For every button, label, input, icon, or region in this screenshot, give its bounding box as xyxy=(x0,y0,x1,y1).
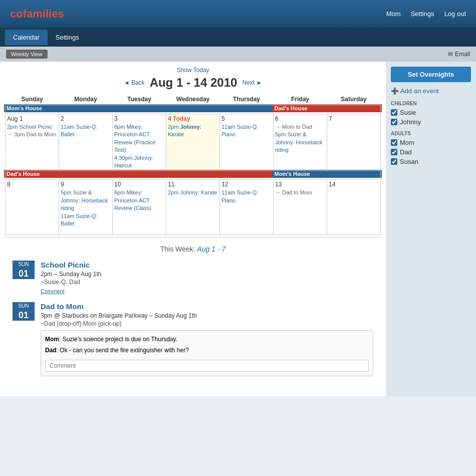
week1-custody-row: Mom's House Dad's House xyxy=(6,105,381,114)
add-event-link[interactable]: ➕ Add an event xyxy=(391,87,471,95)
event-attendees-dad-to-mom: ~Dad (drop-off):Mom (pick-up) xyxy=(41,320,373,327)
back-link[interactable]: ◄ Back xyxy=(124,79,145,86)
event-time-school-picnic: 2pm – Sunday Aug 1th xyxy=(41,271,101,278)
label-susie: Susie xyxy=(400,109,416,116)
event-dad-to-mom-sun[interactable]: → 3pm Dad to Mom xyxy=(7,131,57,138)
header-settings-link[interactable]: Settings xyxy=(411,10,434,18)
email-button[interactable]: ✉ Email xyxy=(448,51,470,58)
plus-icon: ➕ xyxy=(391,87,399,95)
event-mikey-tue[interactable]: 6pm Mikey: Princeton ACT Review (Practic… xyxy=(114,123,164,154)
label-dad: Dad xyxy=(400,148,412,156)
show-today-link[interactable]: Show Today xyxy=(176,67,209,74)
day-aug8: 8 xyxy=(6,180,59,235)
badge-num-01b: 01 xyxy=(13,310,35,321)
event-item-school-picnic: SUN 01 School Picnic 2pm – Sunday Aug 1t… xyxy=(13,261,373,295)
day-aug11: 11 2pm Johnny: Karate xyxy=(166,180,220,235)
event-attendees-school-picnic: ~Susie-Q, Dad xyxy=(41,279,101,286)
label-susan: Susan xyxy=(400,158,418,165)
badge-num-01: 01 xyxy=(13,268,35,279)
tab-settings[interactable]: Settings xyxy=(48,30,87,45)
date-aug2: 2 xyxy=(61,115,111,122)
logo-prefix: co xyxy=(10,8,23,20)
header-logout-link[interactable]: Log out xyxy=(444,10,466,18)
event-title-school-picnic[interactable]: School Picnic xyxy=(41,261,101,269)
checkbox-mom-input[interactable] xyxy=(391,139,397,146)
checkbox-dad[interactable]: Dad xyxy=(391,148,471,156)
moms-house-bar-week2: Mom's House xyxy=(274,171,381,180)
event-piano-thu[interactable]: 11am Suzie-Q: Piano xyxy=(221,123,272,139)
header-nav: Mom Settings Log out xyxy=(386,10,466,18)
date-aug3: 3 xyxy=(114,115,164,122)
comment-input[interactable] xyxy=(45,360,369,372)
event-piano-thu2[interactable]: 11am Suzie-Q: Piano xyxy=(221,189,272,204)
checkbox-susie-input[interactable] xyxy=(391,109,397,116)
checkbox-johnny[interactable]: Johnny xyxy=(391,118,471,126)
day-aug1: Aug 1 2pm School Picnic → 3pm Dad to Mom xyxy=(6,114,59,171)
calendar-title: Aug 1 - 14 2010 xyxy=(150,76,237,90)
moms-house-bar: Mom's House xyxy=(6,105,274,114)
calendar-section: Show Today ◄ Back Aug 1 - 14 2010 Next ►… xyxy=(0,62,386,396)
weekly-view-button[interactable]: Weekly View xyxy=(6,50,48,59)
dads-house-bar-fri: Dad's House xyxy=(274,105,381,114)
event-comment-link-school-picnic[interactable]: Comment xyxy=(41,288,65,294)
logo-main: families xyxy=(23,8,64,20)
checkbox-dad-input[interactable] xyxy=(391,149,397,155)
event-mikey-tue2[interactable]: 6pm Mikey: Princeton ACT Review (Class) xyxy=(114,189,164,212)
day-aug4: 4 Today 2pm Johnny: Karate xyxy=(166,114,220,171)
checkbox-mom[interactable]: Mom xyxy=(391,139,471,146)
children-label: CHILDREN xyxy=(391,101,471,106)
email-label: Email xyxy=(455,51,470,58)
day-aug3: 3 6pm Mikey: Princeton ACT Review (Pract… xyxy=(113,114,166,171)
event-details-school-picnic: School Picnic 2pm – Sunday Aug 1th ~Susi… xyxy=(41,261,101,295)
set-overnights-button[interactable]: Set Overnights xyxy=(391,67,471,82)
col-monday: Monday xyxy=(59,94,113,105)
col-saturday: Saturday xyxy=(327,94,381,105)
event-badge-sun01b: SUN 01 xyxy=(13,302,35,376)
checkbox-johnny-input[interactable] xyxy=(391,119,397,125)
date-aug7: 7 xyxy=(329,115,379,122)
week2-custody-row: Dad's House Mom's House xyxy=(6,171,381,180)
day-aug7: 7 xyxy=(327,114,381,171)
date-aug8: 8 xyxy=(7,181,57,188)
this-week-title: This Week: Aug 1 - 7 xyxy=(13,245,373,253)
date-aug10: 10 xyxy=(114,181,164,188)
event-johnny-haircut[interactable]: 4:30pm Johnny: Haircut xyxy=(114,154,164,170)
navbar: Calendar Settings xyxy=(0,28,476,47)
label-johnny: Johnny xyxy=(400,118,421,126)
tab-calendar[interactable]: Calendar xyxy=(5,30,48,45)
date-aug13: 13 xyxy=(275,181,325,188)
calendar-grid: Sunday Monday Tuesday Wednesday Thursday… xyxy=(5,94,381,235)
event-school-picnic[interactable]: 2pm School Picnic xyxy=(7,123,57,131)
message-mom: Mom: Suzie's science project is due on T… xyxy=(45,335,369,344)
col-tuesday: Tuesday xyxy=(113,94,166,105)
event-horseback-fri[interactable]: 5pm Suzie & Johnny: Horseback riding xyxy=(275,131,325,154)
event-title-dad-to-mom[interactable]: Dad to Mom xyxy=(41,302,373,311)
col-thursday: Thursday xyxy=(220,94,274,105)
event-horseback-mon2[interactable]: 5pm Suzie & Johnny: Horseback riding xyxy=(61,189,111,212)
day-aug9: 9 5pm Suzie & Johnny: Horseback riding 1… xyxy=(59,180,113,235)
date-aug11: 11 xyxy=(168,181,218,188)
event-ballet-mon[interactable]: 11am Suzie-Q: Ballet xyxy=(61,123,111,139)
checkbox-susan[interactable]: Susan xyxy=(391,158,471,165)
event-ballet-mon2[interactable]: 11am Suzie-Q: Ballet xyxy=(61,212,111,228)
event-johnny-karate-wed2[interactable]: 2pm Johnny: Karate xyxy=(168,189,218,196)
date-aug6: 6 xyxy=(275,115,325,122)
checkbox-susan-input[interactable] xyxy=(391,158,397,165)
badge-day-sun: SUN xyxy=(13,261,35,268)
adults-label: ADULTS xyxy=(391,131,471,136)
col-sunday: Sunday xyxy=(6,94,59,105)
header-user-link[interactable]: Mom xyxy=(386,10,401,18)
event-dad-to-mom-fri2[interactable]: → Dad to Mom xyxy=(275,189,325,196)
event-johnny-karate-wed[interactable]: 2pm Johnny: Karate xyxy=(168,123,218,139)
event-mom-to-dad[interactable]: → Mom to Dad xyxy=(275,123,325,131)
day-aug14: 14 xyxy=(327,180,381,235)
this-week-range: Aug 1 - 7 xyxy=(197,245,225,253)
badge-day-sun2: SUN xyxy=(13,302,35,310)
date-aug1: Aug 1 xyxy=(7,115,57,122)
day-aug6: 6 → Mom to Dad 5pm Suzie & Johnny: Horse… xyxy=(274,114,327,171)
week1-dates-row: Aug 1 2pm School Picnic → 3pm Dad to Mom… xyxy=(6,114,381,171)
checkbox-susie[interactable]: Susie xyxy=(391,109,471,116)
logo: cofamilies xyxy=(10,8,64,21)
event-details-dad-to-mom: Dad to Mom 3pm @ Starbucks on Briargate … xyxy=(41,302,373,376)
next-link[interactable]: Next ► xyxy=(242,79,262,86)
